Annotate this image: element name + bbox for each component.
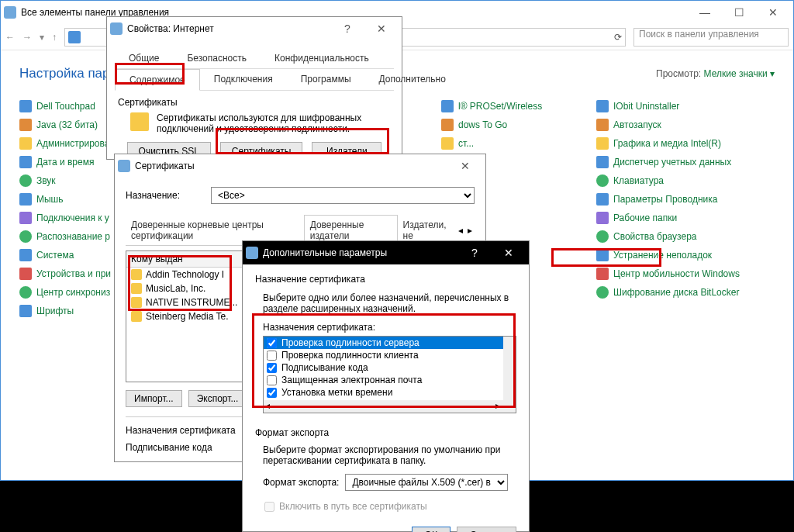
certificate-icon: [246, 247, 258, 259]
cp-right-link[interactable]: Клавиатура: [613, 175, 664, 186]
scroll-right-icon[interactable]: ▸: [465, 225, 475, 236]
cp-right-link[interactable]: IObit Uninstaller: [613, 101, 679, 112]
section2-label: Формат экспорта: [255, 427, 516, 438]
chevron-down-icon[interactable]: ▾: [40, 32, 44, 43]
cp-mid-item[interactable]: dows To Go: [441, 119, 565, 131]
app-icon: [19, 249, 32, 261]
cp-right-item[interactable]: Свойства браузера: [596, 230, 775, 243]
app-icon: [19, 305, 32, 317]
help-icon[interactable]: ?: [457, 247, 492, 259]
section1-label: Назначение сертификата: [255, 274, 516, 285]
back-icon[interactable]: ←: [5, 32, 15, 43]
app-icon: [596, 230, 609, 243]
import-button[interactable]: Импорт...: [126, 390, 182, 407]
cp-mid-item[interactable]: ст...: [441, 137, 565, 150]
cp-right-link[interactable]: Рабочие папки: [613, 212, 677, 223]
minimize-icon[interactable]: —: [688, 6, 722, 19]
purpose-listbox[interactable]: Проверка подлинности сервераПроверка под…: [263, 336, 516, 413]
tab-content[interactable]: Содержимое: [115, 69, 200, 91]
view-mode[interactable]: Мелкие значки ▾: [704, 68, 775, 79]
cp-right-item[interactable]: Клавиатура: [596, 174, 775, 187]
cp-left-link[interactable]: Шрифты: [36, 306, 74, 316]
cp-right-item[interactable]: Диспетчер учетных данных: [596, 156, 775, 168]
scrollbar-vertical[interactable]: [503, 337, 516, 400]
cp-mid-link[interactable]: l® PROSet/Wireless: [458, 101, 542, 112]
purpose-select[interactable]: <Все>: [211, 187, 475, 204]
cp-left-link[interactable]: Dell Touchpad: [36, 101, 95, 112]
purpose-item[interactable]: Подписывание кода: [264, 361, 516, 374]
cp-right-item[interactable]: Центр мобильности Windows: [596, 268, 775, 280]
scroll-left-icon[interactable]: ◂: [456, 225, 465, 236]
tab-advanced[interactable]: Дополнительно: [365, 69, 460, 90]
purpose-item[interactable]: Установка метки времени: [264, 386, 516, 399]
cp-left-link[interactable]: Устройства и при: [36, 268, 111, 279]
cp-right-link[interactable]: Автозапуск: [613, 119, 661, 130]
cp-left-link[interactable]: Мышь: [36, 194, 64, 205]
close-icon[interactable]: ✕: [448, 160, 482, 172]
export-format-select[interactable]: Двоичные файлы X.509 (*.cer) в кодиров: [345, 474, 508, 491]
close-icon[interactable]: ✕: [756, 6, 790, 19]
search-placeholder: Поиск в панели управления: [639, 29, 759, 40]
app-icon: [596, 174, 609, 187]
app-icon: [596, 268, 609, 280]
cp-mid-link[interactable]: dows To Go: [458, 119, 507, 130]
purpose-item[interactable]: Проверка подлинности сервера: [264, 337, 516, 349]
close-icon[interactable]: ✕: [364, 22, 399, 35]
forward-icon[interactable]: →: [22, 32, 32, 43]
export-button[interactable]: Экспорт...: [188, 390, 247, 407]
app-icon: [596, 156, 609, 168]
cp-right-item[interactable]: Параметры Проводника: [596, 193, 775, 206]
refresh-icon[interactable]: ⟳: [614, 32, 622, 43]
tab-connections[interactable]: Подключения: [200, 69, 287, 90]
search-box[interactable]: Поиск в панели управления: [633, 28, 789, 47]
cp-right-link[interactable]: Диспетчер учетных данных: [613, 157, 731, 168]
cp-right-link[interactable]: Шифрование диска BitLocker: [613, 287, 739, 298]
cp-left-link[interactable]: Дата и время: [36, 157, 94, 168]
inet-titlebar: Свойства: Интернет ? ✕: [107, 17, 402, 40]
include-all-checkbox[interactable]: Включить в путь все сертификаты: [263, 500, 516, 513]
cp-right-link[interactable]: Устранение неполадок: [613, 250, 712, 261]
cp-left-link[interactable]: Распознавание р: [36, 231, 110, 242]
cert-icon: [131, 311, 142, 322]
app-icon: [19, 268, 32, 280]
ok-button[interactable]: ОК: [412, 527, 451, 532]
tab-programs[interactable]: Программы: [287, 69, 365, 90]
internet-properties-window: Свойства: Интернет ? ✕ Общие Безопасност…: [106, 16, 402, 160]
cp-right-link[interactable]: Центр мобильности Windows: [613, 268, 740, 279]
cert-icon: [131, 283, 142, 294]
cp-right-link[interactable]: Параметры Проводника: [613, 194, 717, 205]
adv-title: Дополнительные параметры: [263, 247, 457, 258]
help-icon[interactable]: ?: [330, 22, 364, 35]
purpose-item[interactable]: Защищенная электронная почта: [264, 374, 516, 386]
cp-right-item[interactable]: Устранение неполадок: [596, 249, 775, 261]
maximize-icon[interactable]: ☐: [722, 6, 756, 19]
app-icon: [19, 137, 32, 150]
cp-right-item[interactable]: Графика и медиа Intel(R): [596, 137, 775, 150]
cp-left-link[interactable]: Система: [36, 250, 74, 261]
tab-general[interactable]: Общие: [115, 48, 173, 68]
scrollbar-horizontal[interactable]: ◂▸: [264, 400, 516, 413]
cp-left-link[interactable]: Звук: [36, 175, 56, 186]
certs-titlebar: Сертификаты ✕: [115, 154, 485, 178]
tab-security[interactable]: Безопасность: [173, 48, 261, 68]
cp-right-item[interactable]: Рабочие папки: [596, 212, 775, 224]
cp-left-link[interactable]: Java (32 бита): [36, 119, 98, 130]
cp-right-item[interactable]: Шифрование диска BitLocker: [596, 286, 775, 299]
cancel-button[interactable]: Отмена: [457, 527, 516, 532]
cp-right-item[interactable]: Автозапуск: [596, 119, 775, 131]
up-icon[interactable]: ↑: [52, 32, 57, 43]
tab-privacy[interactable]: Конфиденциальность: [261, 48, 383, 68]
cp-mid-item[interactable]: l® PROSet/Wireless: [441, 100, 565, 112]
app-icon: [19, 119, 32, 131]
app-icon: [596, 212, 609, 224]
cp-right-link[interactable]: Графика и медиа Intel(R): [613, 138, 721, 149]
cp-mid-link[interactable]: ст...: [458, 138, 474, 149]
close-icon[interactable]: ✕: [492, 247, 526, 259]
app-icon: [596, 286, 609, 299]
cp-left-link[interactable]: Центр синхрониз: [36, 287, 110, 298]
purpose-item[interactable]: Проверка подлинности клиента: [264, 349, 516, 361]
cp-right-link[interactable]: Свойства браузера: [613, 231, 697, 242]
cp-right-item[interactable]: IObit Uninstaller: [596, 100, 775, 112]
cp-left-link[interactable]: Подключения к у: [36, 212, 109, 223]
app-icon: [19, 174, 32, 187]
